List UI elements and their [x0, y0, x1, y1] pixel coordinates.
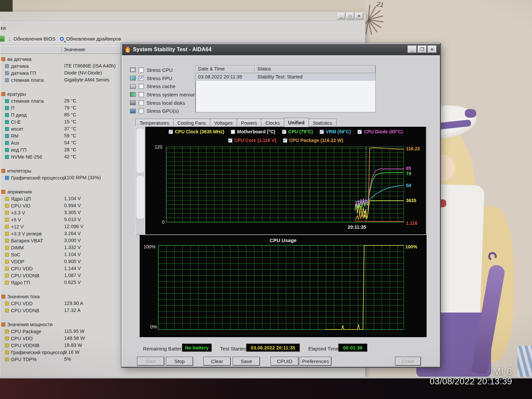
legend-checkbox[interactable] [283, 138, 287, 143]
sensor-value: 28 °C [64, 147, 76, 152]
sensor-icon [5, 302, 9, 306]
sensor-row[interactable]: П79 °C [0, 104, 121, 111]
sensor-row[interactable]: стемная платаGigabyte AM4 Series [0, 76, 121, 83]
legend-item-cpu-core-1-116-v: CPU Core (1.116 V) [228, 138, 276, 143]
close-button: Close [395, 357, 421, 366]
sensor-row[interactable]: +12 V12.096 V [0, 223, 121, 230]
sensor-row[interactable]: Значения тока [0, 293, 121, 300]
legend-checkbox[interactable] [169, 130, 173, 134]
list-column-header[interactable]: Значение [0, 46, 121, 54]
log-body: 03.08.2022 20:11:35Stability Test: Start… [196, 73, 375, 81]
menu-fragment[interactable]: ка [1, 25, 6, 31]
sensor-label: ературы [7, 91, 26, 97]
sensor-row[interactable]: CPU VDDNB1.087 V [0, 272, 121, 279]
stress-option-stress-local-disks[interactable]: Stress local disks [130, 99, 203, 107]
stress-checkbox[interactable] [139, 108, 144, 113]
stress-option-stress-cache[interactable]: Stress cache [130, 82, 203, 90]
sensor-row[interactable]: П диод85 °C [0, 111, 121, 118]
legend-checkbox[interactable] [320, 130, 324, 134]
preferences-button[interactable]: Preferences [300, 357, 332, 366]
stress-option-stress-cpu[interactable]: Stress CPU [130, 66, 203, 74]
sensor-label: Батарея VBAT [11, 238, 43, 243]
sensor-row[interactable]: ва датчика [0, 56, 121, 63]
minimize-button[interactable]: _ [408, 46, 417, 53]
cache-icon [130, 84, 136, 89]
sensor-row[interactable]: SoC1.104 V [0, 251, 121, 258]
column-divider[interactable] [62, 47, 62, 53]
legend-checkbox[interactable] [228, 138, 232, 143]
maximize-button[interactable]: □ [346, 13, 354, 19]
legend-checkbox[interactable] [231, 130, 235, 134]
legend-checkbox[interactable] [282, 130, 286, 134]
legend-label: CPU Package (116.22 W) [289, 138, 343, 143]
sensor-row[interactable]: CPU VDDNB18.83 W [0, 342, 121, 349]
sensor-row[interactable]: CPU VID0.994 V [0, 202, 121, 209]
sensor-row[interactable]: +5 V5.010 V [0, 216, 121, 223]
bios-updates-button[interactable]: ↓ Обновления BIOS [8, 33, 56, 45]
sensor-value: 0.994 V [64, 203, 81, 208]
tab-unified[interactable]: Unified [284, 118, 309, 127]
sensor-icon [5, 71, 9, 75]
sensor-row[interactable]: CI-E15 °C [0, 118, 121, 125]
sensor-row[interactable]: RM59 °C [0, 132, 121, 139]
sensor-row[interactable]: Ядро ГП0.625 V [0, 279, 121, 286]
stress-checkbox[interactable] [139, 100, 144, 105]
sensor-row[interactable]: CPU VDD1.144 V [0, 265, 121, 272]
sensor-row[interactable]: CPU VDD129.90 A [0, 300, 121, 307]
stress-checkbox[interactable] [139, 67, 144, 72]
stop-button[interactable]: Stop [166, 357, 193, 366]
stress-option-stress-fpu[interactable]: Stress FPU [130, 74, 203, 82]
sensor-icon [5, 113, 9, 117]
log-header-status[interactable]: Status [255, 66, 375, 73]
sensor-icon [1, 92, 5, 96]
sensor-row[interactable]: датчикаITE IT8686E (ISA A40h) [0, 63, 121, 69]
cpuid-button[interactable]: CPUID [271, 357, 299, 366]
sensor-row[interactable]: Батарея VBAT3.000 V [0, 237, 121, 244]
toolbar-edge-icon[interactable] [0, 36, 5, 42]
sensor-row[interactable]: VDDP0.900 V [0, 258, 121, 265]
stress-checkbox[interactable] [139, 84, 144, 89]
sensor-row[interactable]: датчика ГПDiode (NV-Diode) [0, 69, 121, 76]
sensor-row[interactable]: иод ГП28 °C [0, 146, 121, 153]
sensor-row[interactable]: ературы [0, 90, 121, 97]
sensor-row[interactable]: апряжения [0, 188, 121, 195]
log-header-datetime[interactable]: Date & Time [196, 66, 255, 73]
log-status: Stability Test: Started [255, 73, 375, 81]
sensor-label: нтиляторы [7, 168, 31, 174]
sensor-label: CPU VID [11, 203, 31, 208]
sensor-row[interactable]: нтиляторы [0, 167, 121, 174]
window-titlebar[interactable]: System Stability Test - AIDA64 _ ❐ ✕ [122, 44, 440, 55]
driver-updates-button[interactable]: Обновления драйверов [60, 33, 121, 45]
sensor-row[interactable]: DIMM1.332 V [0, 244, 121, 251]
sensor-row[interactable]: Значения мощности [0, 321, 121, 328]
log-row[interactable]: 03.08.2022 20:11:35Stability Test: Start… [196, 73, 375, 81]
sensor-row[interactable]: Графический процессор9.16 W [0, 349, 121, 356]
sensor-row[interactable]: +3.3 V3.305 V [0, 209, 121, 216]
clear-button[interactable]: Clear [203, 357, 231, 366]
sensor-row[interactable]: Графический процессор1100 RPM (33%) [0, 174, 121, 181]
stress-option-stress-gpu-s[interactable]: Stress GPU(s) [130, 107, 203, 115]
legend-checkbox[interactable] [357, 130, 362, 134]
sensor-row[interactable]: Ядро ЦП1.104 V [0, 195, 121, 202]
event-log: Date & Time Status 03.08.2022 20:11:35St… [195, 65, 376, 112]
stress-checkbox[interactable] [139, 76, 144, 81]
close-button[interactable]: ✕ [428, 46, 437, 53]
sensor-row[interactable]: CPU VDD148.58 W [0, 335, 121, 342]
sensor-label: датчика ГП [11, 70, 36, 76]
sensor-row[interactable]: стемная плата29 °C [0, 97, 121, 104]
stress-checkbox[interactable] [139, 92, 144, 97]
maximize-button[interactable]: ❐ [418, 46, 427, 53]
save-button[interactable]: Save [233, 357, 260, 366]
minimize-button[interactable]: _ [337, 13, 345, 19]
sensor-row[interactable]: NVMe NE-25642 °C [0, 153, 121, 160]
background-window-titlebar[interactable]: _ □ ✕ [0, 12, 366, 21]
sensor-row[interactable]: ипсет37 °C [0, 125, 121, 132]
sensor-row[interactable]: CPU VDDNB17.32 A [0, 307, 121, 314]
sensor-row[interactable]: Aux54 °C [0, 139, 121, 146]
sensor-row[interactable]: +3.3 V резерв3.264 V [0, 230, 121, 237]
sensor-row[interactable]: CPU Package115.95 W [0, 328, 121, 335]
stress-option-stress-system-memory[interactable]: Stress system memory [130, 90, 203, 99]
close-button[interactable]: ✕ [355, 13, 363, 19]
sensor-row[interactable]: GPU TDP%5% [0, 356, 121, 363]
sensor-label: CPU VDD [11, 336, 33, 341]
